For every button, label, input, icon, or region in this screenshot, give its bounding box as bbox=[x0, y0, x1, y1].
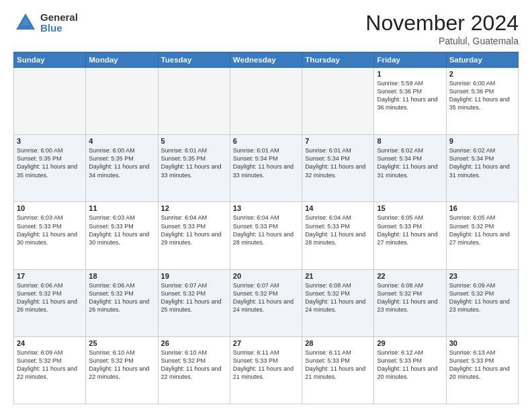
day-cell-10: 10Sunrise: 6:03 AM Sunset: 5:33 PM Dayli… bbox=[14, 202, 86, 269]
day-info: Sunrise: 6:06 AM Sunset: 5:32 PM Dayligh… bbox=[89, 281, 154, 314]
day-number: 27 bbox=[233, 339, 299, 347]
day-number: 5 bbox=[161, 137, 227, 145]
day-info: Sunrise: 6:01 AM Sunset: 5:34 PM Dayligh… bbox=[233, 146, 299, 179]
day-info: Sunrise: 6:08 AM Sunset: 5:32 PM Dayligh… bbox=[305, 281, 371, 314]
day-cell-14: 14Sunrise: 6:04 AM Sunset: 5:33 PM Dayli… bbox=[302, 202, 374, 269]
day-info: Sunrise: 6:04 AM Sunset: 5:33 PM Dayligh… bbox=[305, 214, 371, 246]
week-row-2: 10Sunrise: 6:03 AM Sunset: 5:33 PM Dayli… bbox=[14, 202, 519, 269]
logo-general-label: General bbox=[40, 12, 78, 24]
day-number: 20 bbox=[233, 272, 299, 280]
header: General Blue November 2024 Patulul, Guat… bbox=[13, 11, 519, 46]
day-cell-16: 16Sunrise: 6:05 AM Sunset: 5:32 PM Dayli… bbox=[446, 202, 518, 269]
day-cell-24: 24Sunrise: 6:09 AM Sunset: 5:32 PM Dayli… bbox=[14, 336, 86, 404]
weekday-header-wednesday: Wednesday bbox=[230, 52, 302, 68]
day-number: 14 bbox=[305, 204, 371, 212]
weekday-header-sunday: Sunday bbox=[14, 52, 86, 68]
weekday-header-tuesday: Tuesday bbox=[158, 52, 230, 68]
day-info: Sunrise: 6:00 AM Sunset: 5:35 PM Dayligh… bbox=[89, 146, 154, 179]
page: General Blue November 2024 Patulul, Guat… bbox=[0, 0, 532, 411]
day-number: 22 bbox=[377, 272, 443, 280]
day-cell-13: 13Sunrise: 6:04 AM Sunset: 5:33 PM Dayli… bbox=[230, 202, 302, 269]
day-number: 28 bbox=[305, 339, 371, 347]
day-number: 1 bbox=[377, 70, 443, 78]
day-number: 8 bbox=[377, 137, 443, 145]
day-cell-7: 7Sunrise: 6:01 AM Sunset: 5:34 PM Daylig… bbox=[302, 135, 374, 202]
week-row-1: 3Sunrise: 6:00 AM Sunset: 5:35 PM Daylig… bbox=[14, 135, 519, 202]
day-cell-17: 17Sunrise: 6:06 AM Sunset: 5:32 PM Dayli… bbox=[14, 269, 86, 336]
day-cell-21: 21Sunrise: 6:08 AM Sunset: 5:32 PM Dayli… bbox=[302, 269, 374, 336]
day-cell-4: 4Sunrise: 6:00 AM Sunset: 5:35 PM Daylig… bbox=[86, 135, 158, 202]
day-number: 25 bbox=[89, 339, 154, 347]
day-number: 11 bbox=[89, 204, 154, 212]
day-cell-8: 8Sunrise: 6:02 AM Sunset: 5:34 PM Daylig… bbox=[374, 135, 446, 202]
week-row-0: 1Sunrise: 5:59 AM Sunset: 5:36 PM Daylig… bbox=[14, 68, 519, 135]
day-number: 9 bbox=[449, 137, 515, 145]
logo-text: General Blue bbox=[40, 12, 78, 34]
day-cell-22: 22Sunrise: 6:08 AM Sunset: 5:32 PM Dayli… bbox=[374, 269, 446, 336]
day-cell-19: 19Sunrise: 6:07 AM Sunset: 5:32 PM Dayli… bbox=[158, 269, 230, 336]
day-number: 2 bbox=[449, 70, 515, 78]
day-cell-empty bbox=[158, 68, 230, 135]
day-cell-5: 5Sunrise: 6:01 AM Sunset: 5:35 PM Daylig… bbox=[158, 135, 230, 202]
week-row-4: 24Sunrise: 6:09 AM Sunset: 5:32 PM Dayli… bbox=[14, 336, 519, 404]
day-cell-empty bbox=[230, 68, 302, 135]
day-cell-12: 12Sunrise: 6:04 AM Sunset: 5:33 PM Dayli… bbox=[158, 202, 230, 269]
day-info: Sunrise: 6:10 AM Sunset: 5:32 PM Dayligh… bbox=[161, 349, 227, 381]
day-info: Sunrise: 6:08 AM Sunset: 5:32 PM Dayligh… bbox=[377, 281, 443, 314]
day-info: Sunrise: 6:11 AM Sunset: 5:33 PM Dayligh… bbox=[305, 349, 371, 381]
day-info: Sunrise: 6:09 AM Sunset: 5:32 PM Dayligh… bbox=[17, 349, 83, 381]
weekday-header-monday: Monday bbox=[86, 52, 158, 68]
day-info: Sunrise: 6:02 AM Sunset: 5:34 PM Dayligh… bbox=[449, 146, 515, 179]
weekday-header-saturday: Saturday bbox=[446, 52, 518, 68]
day-cell-20: 20Sunrise: 6:07 AM Sunset: 5:32 PM Dayli… bbox=[230, 269, 302, 336]
day-info: Sunrise: 6:03 AM Sunset: 5:33 PM Dayligh… bbox=[17, 214, 83, 246]
day-info: Sunrise: 6:00 AM Sunset: 5:36 PM Dayligh… bbox=[449, 79, 515, 112]
day-info: Sunrise: 6:07 AM Sunset: 5:32 PM Dayligh… bbox=[233, 281, 299, 314]
day-cell-1: 1Sunrise: 5:59 AM Sunset: 5:36 PM Daylig… bbox=[374, 68, 446, 135]
day-info: Sunrise: 6:04 AM Sunset: 5:33 PM Dayligh… bbox=[233, 214, 299, 246]
day-cell-9: 9Sunrise: 6:02 AM Sunset: 5:34 PM Daylig… bbox=[446, 135, 518, 202]
day-info: Sunrise: 6:03 AM Sunset: 5:33 PM Dayligh… bbox=[89, 214, 154, 246]
day-number: 4 bbox=[89, 137, 154, 145]
day-info: Sunrise: 6:11 AM Sunset: 5:33 PM Dayligh… bbox=[233, 349, 299, 381]
day-info: Sunrise: 6:09 AM Sunset: 5:32 PM Dayligh… bbox=[449, 281, 515, 314]
day-info: Sunrise: 6:00 AM Sunset: 5:35 PM Dayligh… bbox=[17, 146, 83, 179]
day-number: 10 bbox=[17, 204, 83, 212]
day-cell-empty bbox=[14, 68, 86, 135]
weekday-header-friday: Friday bbox=[374, 52, 446, 68]
day-number: 17 bbox=[17, 272, 83, 280]
day-info: Sunrise: 6:10 AM Sunset: 5:32 PM Dayligh… bbox=[89, 349, 154, 381]
weekday-header-row: SundayMondayTuesdayWednesdayThursdayFrid… bbox=[14, 52, 519, 68]
day-info: Sunrise: 6:01 AM Sunset: 5:35 PM Dayligh… bbox=[161, 146, 227, 179]
day-cell-28: 28Sunrise: 6:11 AM Sunset: 5:33 PM Dayli… bbox=[302, 336, 374, 404]
day-number: 21 bbox=[305, 272, 371, 280]
day-number: 3 bbox=[17, 137, 83, 145]
svg-rect-2 bbox=[20, 26, 31, 28]
day-info: Sunrise: 6:05 AM Sunset: 5:33 PM Dayligh… bbox=[377, 214, 443, 246]
day-number: 16 bbox=[449, 204, 515, 212]
month-title: November 2024 bbox=[365, 11, 519, 36]
calendar-table: SundayMondayTuesdayWednesdayThursdayFrid… bbox=[13, 52, 519, 404]
title-block: November 2024 Patulul, Guatemala bbox=[365, 11, 519, 46]
day-number: 19 bbox=[161, 272, 227, 280]
day-cell-2: 2Sunrise: 6:00 AM Sunset: 5:36 PM Daylig… bbox=[446, 68, 518, 135]
day-cell-18: 18Sunrise: 6:06 AM Sunset: 5:32 PM Dayli… bbox=[86, 269, 158, 336]
day-cell-23: 23Sunrise: 6:09 AM Sunset: 5:32 PM Dayli… bbox=[446, 269, 518, 336]
day-number: 7 bbox=[305, 137, 371, 145]
day-info: Sunrise: 6:02 AM Sunset: 5:34 PM Dayligh… bbox=[377, 146, 443, 179]
day-number: 12 bbox=[161, 204, 227, 212]
location: Patulul, Guatemala bbox=[365, 36, 519, 46]
day-number: 23 bbox=[449, 272, 515, 280]
day-info: Sunrise: 6:13 AM Sunset: 5:33 PM Dayligh… bbox=[449, 349, 515, 381]
logo-icon bbox=[13, 11, 38, 35]
day-number: 29 bbox=[377, 339, 443, 347]
day-info: Sunrise: 6:05 AM Sunset: 5:32 PM Dayligh… bbox=[449, 214, 515, 246]
day-number: 26 bbox=[161, 339, 227, 347]
day-cell-30: 30Sunrise: 6:13 AM Sunset: 5:33 PM Dayli… bbox=[446, 336, 518, 404]
day-info: Sunrise: 6:12 AM Sunset: 5:33 PM Dayligh… bbox=[377, 349, 443, 381]
day-cell-15: 15Sunrise: 6:05 AM Sunset: 5:33 PM Dayli… bbox=[374, 202, 446, 269]
day-cell-29: 29Sunrise: 6:12 AM Sunset: 5:33 PM Dayli… bbox=[374, 336, 446, 404]
day-number: 13 bbox=[233, 204, 299, 212]
week-row-3: 17Sunrise: 6:06 AM Sunset: 5:32 PM Dayli… bbox=[14, 269, 519, 336]
logo: General Blue bbox=[13, 11, 78, 35]
